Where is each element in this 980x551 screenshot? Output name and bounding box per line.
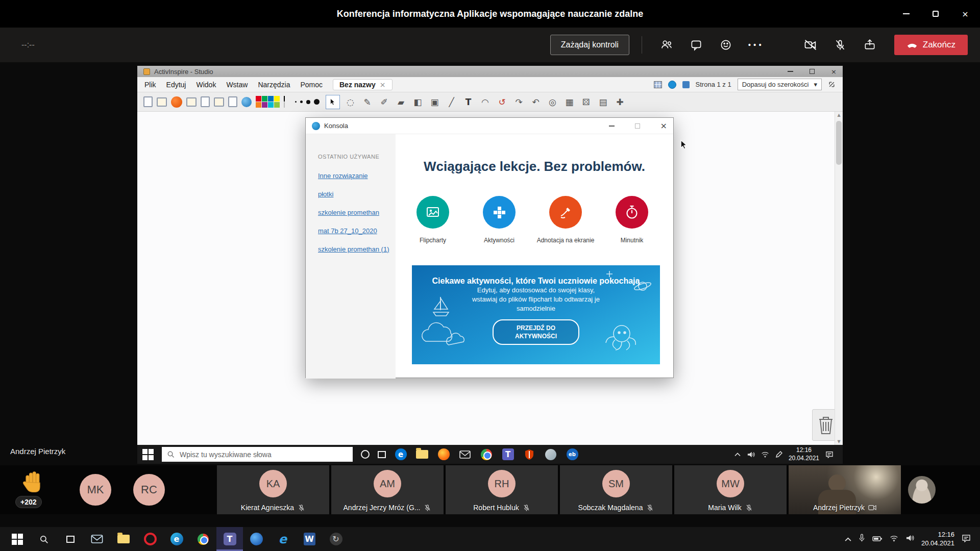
layout-icon[interactable] <box>682 81 690 88</box>
protractor-tool[interactable]: ◠ <box>479 95 492 109</box>
taskbar-search-input[interactable]: Wpisz tu wyszukiwane słowa <box>162 447 353 462</box>
tray-battery-icon[interactable] <box>872 535 883 544</box>
host-sync-icon[interactable]: ↻ <box>323 527 349 551</box>
tray-chevron-up-icon[interactable] <box>845 535 851 544</box>
activinspire-menu-icon[interactable] <box>171 96 182 108</box>
end-call-button[interactable]: Zakończ <box>894 35 968 55</box>
app-minimize-icon[interactable] <box>788 71 793 72</box>
lasso-tool[interactable]: ◌ <box>344 95 357 109</box>
camera-toggle-button[interactable] <box>798 33 823 57</box>
share-button[interactable] <box>857 33 882 57</box>
chat-button[interactable] <box>684 33 708 57</box>
eraser-tool[interactable]: ▰ <box>395 95 407 109</box>
app-maximize-icon[interactable] <box>810 69 815 74</box>
feature-minutnik[interactable]: Minutnik <box>599 196 665 244</box>
toolbox-tool[interactable]: ✚ <box>614 95 626 109</box>
undo-button[interactable]: ↶ <box>529 95 542 109</box>
scroll-down-icon[interactable]: ▼ <box>837 439 840 444</box>
tray-volume-icon[interactable] <box>905 534 914 544</box>
close-button[interactable]: × <box>950 0 980 28</box>
menu-widok[interactable]: Widok <box>196 81 216 89</box>
shared-clock[interactable]: 12:16 20.04.2021 <box>789 446 819 462</box>
open-flipchart-icon[interactable] <box>157 97 167 107</box>
raised-hands-indicator[interactable]: +202 <box>21 469 57 510</box>
select-tool[interactable] <box>326 95 340 109</box>
host-opera-icon[interactable] <box>137 527 163 551</box>
floating-avatar[interactable]: RC <box>133 474 165 506</box>
feature-aktywnosci[interactable]: Aktywności <box>466 196 532 244</box>
ebook-taskbar-icon[interactable]: eb <box>566 448 579 461</box>
tray-mic-icon[interactable] <box>859 534 865 544</box>
host-task-view-button[interactable] <box>57 527 84 551</box>
color-palette[interactable] <box>256 96 280 108</box>
activinspire-home-icon[interactable] <box>668 81 676 89</box>
participant-tile[interactable]: RH Robert Hubluk <box>446 465 558 514</box>
cortana-button[interactable] <box>361 450 370 459</box>
text-tool[interactable]: T <box>462 95 475 109</box>
shared-screen[interactable]: ActivInspire - Studio × Plik Edytuj Wido… <box>137 66 843 464</box>
floating-avatar[interactable]: MK <box>80 474 111 506</box>
fill-tool[interactable]: ◧ <box>411 95 424 109</box>
request-control-button[interactable]: Zażądaj kontroli <box>550 35 629 55</box>
flipchart-tab[interactable]: Bez nazwy × <box>333 79 393 90</box>
host-explorer-icon[interactable] <box>110 527 137 551</box>
mic-toggle-button[interactable] <box>828 33 852 57</box>
file-explorer-taskbar-icon[interactable] <box>415 448 429 461</box>
host-start-button[interactable] <box>4 527 31 551</box>
firefox-taskbar-icon[interactable] <box>437 448 450 461</box>
konsola-minimize-icon[interactable] <box>609 126 615 127</box>
konsola-titlebar[interactable]: Konsola × <box>306 118 673 134</box>
participant-photo-avatar[interactable] <box>908 476 936 504</box>
network-wifi-icon[interactable] <box>761 451 769 458</box>
recent-link[interactable]: płotki <box>318 190 396 198</box>
mail-taskbar-icon[interactable] <box>458 448 472 461</box>
connector-tool[interactable]: ╱ <box>445 95 458 109</box>
tab-close-icon[interactable]: × <box>380 81 386 89</box>
more-options-button[interactable]: ••• <box>743 33 768 57</box>
menu-narzedzia[interactable]: Narzędzia <box>258 81 290 89</box>
konsola-maximize-icon[interactable] <box>635 123 640 129</box>
grid-tool[interactable]: ⚄ <box>580 95 593 109</box>
participant-tile[interactable]: MW Maria Wilk <box>674 465 787 514</box>
scroll-up-icon[interactable]: ▲ <box>837 113 840 117</box>
clear-tool[interactable]: ↺ <box>496 95 508 109</box>
highlighter-tool[interactable]: ✐ <box>378 95 390 109</box>
pen-tray-icon[interactable] <box>775 451 782 458</box>
color-swatch[interactable] <box>284 96 285 108</box>
host-edge-icon[interactable]: e <box>163 527 190 551</box>
go-to-activities-button[interactable]: PRZEJDŹ DO AKTYWNOŚCI <box>493 319 579 345</box>
participant-tile[interactable]: KA Kierat Agnieszka <box>217 465 329 514</box>
web-browser-icon[interactable] <box>241 97 252 107</box>
feature-flipcharty[interactable]: Flipcharty <box>400 196 466 244</box>
page-browser-icon[interactable] <box>654 81 662 88</box>
menu-plik[interactable]: Plik <box>144 81 156 89</box>
konsola-close-icon[interactable]: × <box>660 121 667 131</box>
presenter-video-tile[interactable]: Andrzej Pietrzyk <box>789 465 901 514</box>
menu-edytuj[interactable]: Edytuj <box>166 81 186 89</box>
save-icon[interactable] <box>228 96 237 107</box>
chrome-taskbar-icon[interactable] <box>480 448 493 461</box>
participants-button[interactable] <box>654 33 679 57</box>
antivirus-shield-icon[interactable] <box>523 448 536 461</box>
host-word-icon[interactable]: W <box>296 527 323 551</box>
host-ie-icon[interactable]: e <box>270 527 296 551</box>
line-width-dots[interactable] <box>295 99 320 105</box>
fullscreen-toggle-icon[interactable] <box>828 81 836 88</box>
maximize-button[interactable] <box>921 0 950 28</box>
scrollbar-thumb[interactable] <box>836 121 842 165</box>
recent-link[interactable]: szkolenie promethan <box>318 209 396 216</box>
menu-wstaw[interactable]: Wstaw <box>226 81 248 89</box>
volume-icon[interactable] <box>747 451 755 458</box>
print-icon[interactable] <box>214 97 224 107</box>
start-button[interactable] <box>142 449 154 460</box>
host-notification-center-icon[interactable] <box>962 534 971 544</box>
zoom-tool[interactable]: ◎ <box>546 95 559 109</box>
redo-button[interactable]: ↷ <box>512 95 525 109</box>
host-thunderbird-icon[interactable] <box>243 527 270 551</box>
host-mail-icon[interactable] <box>84 527 110 551</box>
reactions-button[interactable] <box>714 33 738 57</box>
host-clock[interactable]: 12:16 20.04.2021 <box>921 531 954 548</box>
shapes-tool[interactable]: ▣ <box>428 95 441 109</box>
recent-link[interactable]: szkolenie promethan (1) <box>318 245 396 253</box>
recent-link[interactable]: Inne rozwiązanie <box>318 172 396 180</box>
